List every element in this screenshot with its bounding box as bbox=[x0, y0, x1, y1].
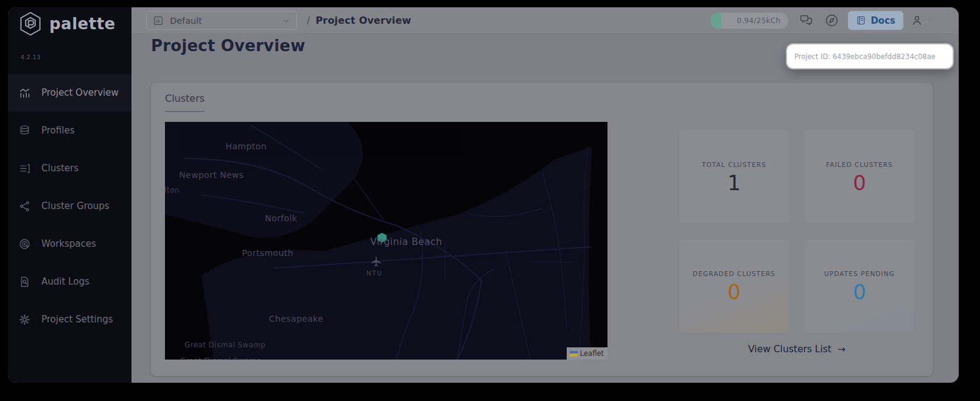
usage-meter: 0.94/25kCh bbox=[710, 13, 788, 29]
project-id-text: Project ID: 6439ebca90befdd8234c08ae bbox=[794, 52, 936, 61]
airport-code-label: NTU bbox=[366, 270, 383, 277]
compass-icon bbox=[824, 13, 839, 28]
map-label: Great Dismal Swamp bbox=[180, 357, 262, 360]
book-icon bbox=[856, 15, 866, 26]
user-chevron bbox=[926, 15, 934, 26]
docs-button-label: Docs bbox=[870, 15, 895, 26]
map-label: Chesapeake bbox=[269, 314, 323, 324]
chat-bubbles-icon bbox=[799, 13, 814, 28]
breadcrumb: / Project Overview bbox=[307, 15, 411, 26]
sidebar-item-cluster-groups[interactable]: Cluster Groups bbox=[8, 187, 131, 225]
map-label: Hampton bbox=[226, 141, 267, 151]
map-label: llton bbox=[165, 186, 180, 194]
app-version: 4.2.13 bbox=[21, 54, 41, 60]
sidebar-item-workspaces[interactable]: Workspaces bbox=[8, 225, 131, 263]
sidebar-item-label: Cluster Groups bbox=[41, 200, 110, 211]
brand: palette bbox=[17, 10, 116, 37]
stat-label: UPDATES PENDING bbox=[824, 270, 895, 277]
help-button[interactable] bbox=[824, 13, 839, 29]
target-icon bbox=[18, 238, 31, 250]
stat-total-clusters: TOTAL CLUSTERS 1 bbox=[679, 130, 789, 223]
stat-value: 0 bbox=[727, 282, 741, 302]
bar-chart-icon bbox=[18, 87, 31, 99]
stat-degraded-clusters: DEGRADED CLUSTERS 0 bbox=[679, 240, 789, 332]
project-id-tooltip: Project ID: 6439ebca90befdd8234c08ae bbox=[787, 44, 953, 68]
stat-updates-pending: UPDATES PENDING 0 bbox=[805, 240, 914, 332]
sidebar-item-label: Clusters bbox=[41, 163, 79, 174]
chat-button[interactable] bbox=[798, 13, 814, 29]
stat-label: FAILED CLUSTERS bbox=[826, 161, 893, 168]
ukraine-flag-icon bbox=[570, 351, 578, 357]
arrow-right-icon: → bbox=[838, 344, 845, 355]
breadcrumb-current: Project Overview bbox=[315, 15, 411, 26]
docs-button[interactable]: Docs bbox=[848, 11, 903, 30]
person-icon bbox=[911, 14, 923, 27]
stat-failed-clusters: FAILED CLUSTERS 0 bbox=[805, 130, 914, 223]
project-selector-value: Default bbox=[170, 16, 202, 26]
app-window: palette 4.2.13 Project Overview Profiles bbox=[8, 7, 959, 383]
audit-doc-icon bbox=[18, 275, 31, 288]
sidebar-item-label: Project Overview bbox=[41, 87, 119, 98]
airplane-icon bbox=[371, 256, 382, 269]
sidebar-nav: Project Overview Profiles Clusters bbox=[8, 74, 131, 338]
sidebar: palette 4.2.13 Project Overview Profiles bbox=[8, 7, 131, 383]
sidebar-item-clusters[interactable]: Clusters bbox=[8, 149, 131, 187]
sidebar-item-project-settings[interactable]: Project Settings bbox=[8, 300, 131, 338]
clusters-card: Clusters bbox=[151, 83, 933, 376]
sidebar-item-label: Workspaces bbox=[41, 238, 96, 249]
mini-chart-icon bbox=[153, 15, 164, 26]
sidebar-item-label: Project Settings bbox=[41, 314, 113, 325]
stat-value: 0 bbox=[853, 172, 866, 193]
page-title: Project Overview bbox=[151, 37, 305, 55]
sidebar-item-label: Audit Logs bbox=[41, 276, 89, 287]
app-name: palette bbox=[49, 15, 116, 33]
map-label: Portsmouth bbox=[242, 248, 293, 258]
topbar: Default / Project Overview 0.94/25kCh bbox=[131, 7, 959, 34]
sidebar-item-project-overview[interactable]: Project Overview bbox=[8, 74, 131, 112]
map-label: Norfolk bbox=[265, 213, 297, 223]
stat-value: 0 bbox=[853, 282, 866, 302]
topbar-actions: 0.94/25kCh Docs bbox=[710, 11, 959, 30]
chevron-down-icon bbox=[926, 16, 934, 24]
chevron-down-icon bbox=[282, 16, 290, 25]
view-clusters-list-label: View Clusters List bbox=[748, 344, 831, 355]
sidebar-item-profiles[interactable]: Profiles bbox=[8, 112, 131, 149]
cluster-map[interactable]: NTU Leaflet HamptonNewport NewslltonNorf… bbox=[165, 122, 607, 360]
usage-fill bbox=[710, 13, 721, 29]
palette-logo-icon bbox=[17, 10, 44, 37]
stat-label: TOTAL CLUSTERS bbox=[702, 161, 766, 168]
usage-text: 0.94/25kCh bbox=[737, 16, 780, 25]
project-selector[interactable]: Default bbox=[146, 11, 297, 30]
map-attribution: Leaflet bbox=[567, 347, 607, 360]
map-label: Newport News bbox=[179, 170, 243, 180]
network-icon bbox=[18, 200, 31, 213]
breadcrumb-separator: / bbox=[307, 15, 310, 26]
gear-icon bbox=[18, 313, 31, 326]
leaflet-link[interactable]: Leaflet bbox=[580, 349, 604, 358]
user-menu[interactable] bbox=[911, 14, 934, 27]
layers-icon bbox=[18, 124, 31, 137]
view-clusters-list-link[interactable]: View Clusters List → bbox=[679, 344, 914, 355]
stat-label: DEGRADED CLUSTERS bbox=[693, 270, 775, 277]
map-label: Great Dismal Swamp bbox=[184, 341, 266, 349]
list-icon bbox=[18, 162, 31, 175]
stat-value: 1 bbox=[727, 172, 741, 193]
sidebar-item-audit-logs[interactable]: Audit Logs bbox=[8, 263, 131, 300]
map-label: Virginia Beach bbox=[370, 236, 442, 247]
cluster-stats: TOTAL CLUSTERS 1 FAILED CLUSTERS 0 DEGRA… bbox=[679, 130, 914, 332]
sidebar-item-label: Profiles bbox=[41, 125, 74, 136]
tab-clusters[interactable]: Clusters bbox=[165, 93, 205, 112]
